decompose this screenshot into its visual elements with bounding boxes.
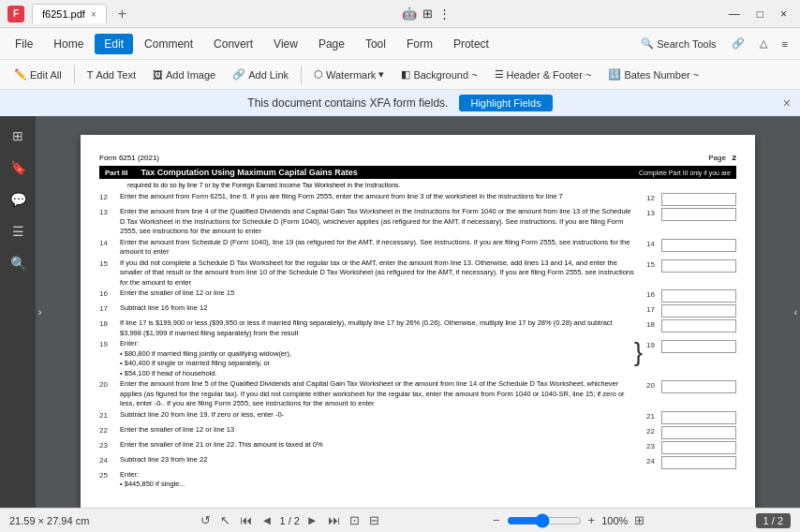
menu-page[interactable]: Page (309, 34, 354, 54)
tab-label: f6251.pdf (42, 8, 85, 20)
background-button[interactable]: ◧ Background ~ (394, 66, 483, 83)
nav-next-button[interactable]: ► (304, 513, 321, 527)
row-text-15: If you did not complete a Schedule D Tax… (120, 259, 643, 288)
table-row: 13 Enter the amount from line 4 of the Q… (99, 207, 736, 237)
row-label-13: 13 (643, 207, 658, 217)
header-footer-button[interactable]: ☰ Header & Footer ~ (488, 66, 599, 83)
row-text-14: Enter the amount from Schedule D (Form 1… (120, 238, 643, 258)
tab-close-button[interactable]: × (91, 9, 96, 20)
fullscreen-button[interactable]: ⊞ (631, 513, 647, 527)
menu-file[interactable]: File (6, 34, 42, 54)
app-icon: F (7, 6, 24, 22)
row-num-20: 20 (99, 379, 120, 389)
row-text-17: Subtract line 16 from line 12 (120, 303, 643, 314)
add-link-icon: 🔗 (232, 68, 245, 81)
zoom-controls: − + 100% ⊞ (490, 513, 647, 528)
menu-bar: File Home Edit Comment Convert View Page… (0, 28, 800, 60)
row-box-14 (661, 239, 736, 252)
row-text-19: Enter: • $80,800 if married filing joint… (120, 339, 634, 378)
collapse-right-button[interactable]: ‹ (792, 302, 800, 323)
row-label-15: 15 (643, 259, 658, 269)
edit-all-button[interactable]: ✏️ Edit All (7, 66, 68, 83)
sidebar-icon-bookmark[interactable]: 🔖 (6, 155, 30, 180)
menu-home[interactable]: Home (44, 34, 93, 54)
new-tab-button[interactable]: + (114, 6, 130, 22)
close-button[interactable]: × (775, 6, 793, 22)
separator-2 (301, 66, 302, 84)
title-bar-right: — □ × (723, 6, 793, 22)
pdf-header: Form 6251 (2021) Page 2 (99, 154, 736, 162)
highlight-fields-button[interactable]: Highlight Fields (459, 95, 552, 111)
bates-number-button[interactable]: 🔢 Bates Number ~ (601, 66, 705, 83)
watermark-chevron: ▾ (378, 68, 384, 81)
row-text-23: Enter the smaller of line 21 or line 22.… (120, 440, 643, 451)
menu-comment[interactable]: Comment (135, 34, 202, 54)
pdf-tab[interactable]: f6251.pdf × (32, 4, 107, 23)
notification-bar: This document contains XFA form fields. … (0, 90, 800, 116)
add-text-button[interactable]: T Add Text (81, 66, 142, 83)
menu-protect[interactable]: Protect (444, 34, 498, 54)
watermark-button[interactable]: ⬡ Watermark ▾ (307, 66, 391, 83)
zoom-slider[interactable] (507, 513, 582, 528)
table-row: 16 Enter the smaller of line 12 or line … (99, 288, 736, 303)
zoom-level: 100% (601, 515, 628, 526)
menu-convert[interactable]: Convert (204, 34, 262, 54)
row-num-21: 21 (99, 410, 120, 420)
notification-close-button[interactable]: × (783, 96, 791, 111)
maximize-button[interactable]: □ (751, 6, 769, 22)
add-image-button[interactable]: 🖼 Add Image (146, 66, 222, 83)
rotate-left-button[interactable]: ↺ (198, 513, 214, 527)
external-link-button[interactable]: 🔗 (725, 35, 751, 52)
sidebar-icon-layers[interactable]: ☰ (6, 219, 30, 244)
menu-view[interactable]: View (264, 34, 307, 54)
menu-form[interactable]: Form (397, 34, 442, 54)
menu-edit[interactable]: Edit (95, 34, 133, 54)
row-num-12: 12 (99, 192, 120, 201)
bracket-symbol: } (634, 339, 643, 365)
title-bar: F f6251.pdf × + 🤖 ⊞ ⋮ — □ × (0, 0, 800, 28)
nav-first-button[interactable]: ⏮ (237, 513, 255, 527)
row-text-20: Enter the amount from line 5 of the Qual… (120, 379, 643, 409)
nav-last-button[interactable]: ⏭ (325, 513, 343, 527)
row-label-22: 22 (643, 425, 658, 436)
document-area: Form 6251 (2021) Page 2 Part III Tax Com… (36, 116, 800, 508)
up-button[interactable]: △ (753, 35, 774, 52)
row-box-15 (661, 259, 736, 273)
nav-prev-button[interactable]: ◄ (259, 513, 276, 527)
row-num-18: 18 (99, 318, 120, 328)
sidebar-icon-comment[interactable]: 💬 (6, 187, 30, 212)
down-button[interactable]: ≡ (776, 36, 794, 52)
edit-all-icon: ✏️ (14, 68, 27, 81)
cursor-button[interactable]: ↖ (217, 513, 233, 527)
navigation-controls: ↺ ↖ ⏮ ◄ 1 / 2 ► ⏭ ⊡ ⊟ (198, 513, 382, 527)
part-label: Part III (99, 167, 133, 179)
menu-tool[interactable]: Tool (356, 34, 395, 54)
minimize-button[interactable]: — (723, 6, 746, 22)
row-num-16: 16 (99, 288, 120, 298)
main-area: ⊞ 🔖 💬 ☰ 🔍 › Form 6251 (2021) Page 2 Part… (0, 116, 800, 508)
zoom-in-button[interactable]: + (585, 513, 599, 527)
row-text-18: If line 17 is $199,900 or less ($99,950 … (120, 318, 643, 338)
fit-width-button[interactable]: ⊟ (366, 513, 382, 527)
row-num-13: 13 (99, 207, 120, 216)
row-text-21: Subtract line 20 from line 19. If zero o… (120, 410, 643, 421)
sidebar-icon-grid[interactable]: ⊞ (6, 124, 30, 148)
search-tools-button[interactable]: 🔍 Search Tools (634, 35, 722, 52)
row-box-22 (661, 426, 736, 439)
title-bar-center: 🤖 ⊞ ⋮ (402, 7, 451, 21)
row-label-17: 17 (643, 303, 658, 314)
row-box-23 (661, 441, 736, 454)
zoom-out-button[interactable]: − (490, 513, 503, 527)
notification-message: This document contains XFA form fields. (247, 96, 448, 110)
add-link-button[interactable]: 🔗 Add Link (226, 66, 295, 83)
row-label-12: 12 (643, 192, 658, 202)
row-label-21: 21 (643, 410, 658, 421)
row-label-14: 14 (643, 238, 658, 248)
sidebar-icon-search[interactable]: 🔍 (6, 251, 30, 275)
page-number-right: Page 2 (708, 154, 736, 162)
fit-page-button[interactable]: ⊡ (347, 513, 363, 527)
toolbar: ✏️ Edit All T Add Text 🖼 Add Image 🔗 Add… (0, 60, 800, 90)
row-box-24 (661, 456, 736, 469)
collapse-left-button[interactable]: › (36, 302, 44, 323)
header-footer-icon: ☰ (495, 68, 504, 81)
